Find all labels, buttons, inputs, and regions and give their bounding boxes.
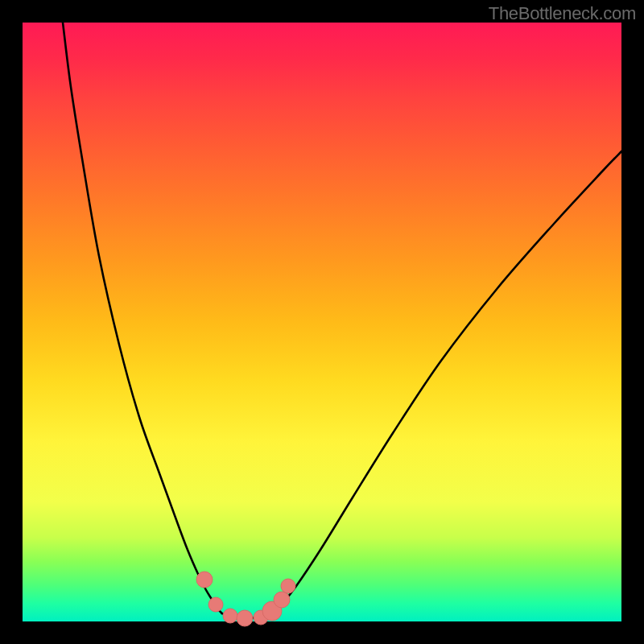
curve-layer bbox=[23, 23, 621, 621]
curve-marker bbox=[196, 572, 213, 588]
curve-marker bbox=[274, 592, 290, 608]
v-curve bbox=[63, 23, 621, 618]
curve-marker bbox=[281, 579, 295, 593]
curve-marker bbox=[208, 597, 223, 612]
marker-group bbox=[196, 572, 295, 626]
watermark-text: TheBottleneck.com bbox=[489, 3, 636, 24]
curve-marker bbox=[223, 609, 237, 623]
outer-frame: TheBottleneck.com bbox=[0, 0, 644, 644]
curve-marker bbox=[237, 610, 253, 626]
